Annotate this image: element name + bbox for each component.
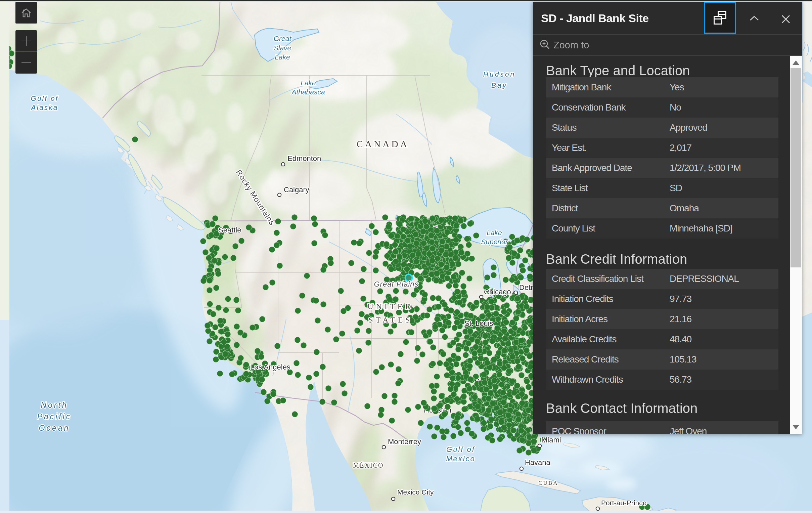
svg-text:Mexico City: Mexico City [397, 488, 434, 496]
svg-text:Havana: Havana [525, 458, 551, 467]
svg-text:Monterrey: Monterrey [388, 437, 421, 446]
svg-text:Miami: Miami [541, 436, 561, 444]
svg-text:Superior: Superior [481, 238, 508, 246]
svg-text:Seattle: Seattle [218, 226, 241, 234]
svg-text:Mexico: Mexico [446, 455, 475, 463]
svg-text:Gulf of: Gulf of [31, 94, 59, 102]
svg-text:Bay: Bay [491, 81, 508, 89]
svg-text:Great: Great [274, 35, 292, 42]
svg-text:Chicago: Chicago [484, 288, 511, 296]
svg-text:Pacific: Pacific [37, 412, 72, 421]
svg-text:STATES: STATES [368, 315, 412, 324]
svg-text:UNITED: UNITED [367, 302, 413, 311]
svg-text:Los Angeles: Los Angeles [250, 363, 290, 371]
svg-text:Calgary: Calgary [284, 186, 309, 194]
svg-text:CANADA: CANADA [357, 139, 409, 149]
svg-text:Lake: Lake [275, 53, 290, 61]
svg-text:Lake: Lake [300, 79, 316, 87]
svg-text:CUBA: CUBA [538, 480, 558, 486]
svg-text:Ocean: Ocean [39, 424, 70, 432]
svg-text:Gulf of: Gulf of [446, 445, 475, 454]
svg-text:Edmonton: Edmonton [287, 154, 321, 163]
svg-text:North: North [40, 401, 68, 409]
svg-text:Port-au-Prince: Port-au-Prince [601, 499, 646, 507]
svg-text:Great Plains: Great Plains [374, 280, 418, 288]
svg-text:St. Louis: St. Louis [464, 319, 493, 327]
svg-text:Lake: Lake [487, 229, 502, 236]
svg-text:Alaska: Alaska [30, 104, 58, 111]
svg-text:Hudson: Hudson [483, 70, 516, 78]
svg-text:Athabasca: Athabasca [291, 88, 325, 96]
svg-text:MÉXICO: MÉXICO [353, 462, 384, 469]
svg-text:Slave: Slave [274, 44, 291, 52]
